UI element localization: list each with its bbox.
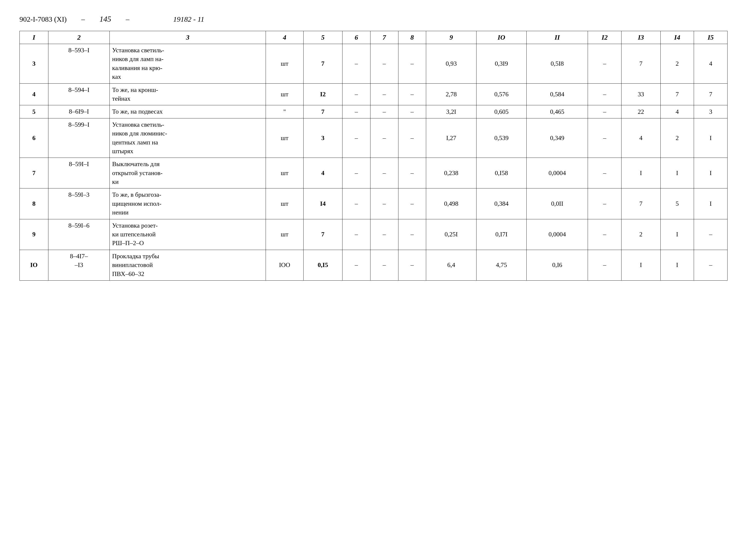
cell-1-c12: – <box>588 44 621 84</box>
cell-8-c7: – <box>370 250 398 281</box>
cell-4-c15: I <box>694 118 727 158</box>
cell-5-c7: – <box>370 158 398 188</box>
cell-5-c11: 0,0004 <box>526 158 588 188</box>
cell-1-c15: 4 <box>694 44 727 84</box>
cell-1-c5: 7 <box>303 44 342 84</box>
cell-5-c5: 4 <box>303 158 342 188</box>
table-row: 88–59I–3То же, в брызгоза- щищенном испо… <box>20 188 727 219</box>
col-header-7: 7 <box>370 31 398 44</box>
cell-3-c9: 3,2I <box>426 105 476 118</box>
cell-7-c1: 9 <box>20 219 48 250</box>
col-header-10: IO <box>476 31 526 44</box>
cell-8-c2: 8–4I7– –I3 <box>48 250 109 281</box>
cell-3-c4: " <box>266 105 303 118</box>
cell-4-c14: 2 <box>661 118 694 158</box>
cell-1-c2: 8–593–I <box>48 44 109 84</box>
col-header-14: I4 <box>661 31 694 44</box>
cell-3-c14: 4 <box>661 105 694 118</box>
cell-6-c2: 8–59I–3 <box>48 188 109 219</box>
cell-4-c12: – <box>588 118 621 158</box>
cell-8-c9: 6,4 <box>426 250 476 281</box>
cell-8-c11: 0,I6 <box>526 250 588 281</box>
cell-2-c3: То же, на кронш- тейнах <box>110 83 266 105</box>
col-header-3: 3 <box>110 31 266 44</box>
cell-3-c8: – <box>398 105 426 118</box>
cell-5-c13: I <box>621 158 661 188</box>
cell-6-c4: шт <box>266 188 303 219</box>
col-header-5: 5 <box>303 31 342 44</box>
cell-3-c3: То же, на подвесах <box>110 105 266 118</box>
cell-8-c1: IO <box>20 250 48 281</box>
cell-4-c13: 4 <box>621 118 661 158</box>
cell-2-c13: 33 <box>621 83 661 105</box>
col-header-13: I3 <box>621 31 661 44</box>
page-header: 902-I-7083 (XI) – 145 – 19182 - 11 <box>20 15 727 24</box>
table-row: 68–599–IУстановка светиль- ников для люм… <box>20 118 727 158</box>
cell-8-c5: 0,I5 <box>303 250 342 281</box>
col-header-4: 4 <box>266 31 303 44</box>
cell-6-c13: 7 <box>621 188 661 219</box>
cell-7-c8: – <box>398 219 426 250</box>
cell-2-c5: I2 <box>303 83 342 105</box>
cell-8-c6: – <box>342 250 370 281</box>
cell-4-c2: 8–599–I <box>48 118 109 158</box>
cell-2-c9: 2,78 <box>426 83 476 105</box>
cell-6-c12: – <box>588 188 621 219</box>
col-header-2: 2 <box>48 31 109 44</box>
cell-4-c11: 0,349 <box>526 118 588 158</box>
cell-3-c2: 8–6I9–I <box>48 105 109 118</box>
cell-4-c4: шт <box>266 118 303 158</box>
cell-7-c3: Установка розет- ки штепсельной РШ–П–2–О <box>110 219 266 250</box>
cell-6-c7: – <box>370 188 398 219</box>
cell-2-c15: 7 <box>694 83 727 105</box>
cell-3-c13: 22 <box>621 105 661 118</box>
col-header-15: I5 <box>694 31 727 44</box>
cell-5-c12: – <box>588 158 621 188</box>
cell-4-c10: 0,539 <box>476 118 526 158</box>
doc-number: 902-I-7083 (XI) <box>20 15 67 23</box>
cell-1-c9: 0,93 <box>426 44 476 84</box>
cell-5-c8: – <box>398 158 426 188</box>
cell-6-c6: – <box>342 188 370 219</box>
cell-2-c11: 0,584 <box>526 83 588 105</box>
cell-1-c4: шт <box>266 44 303 84</box>
dash1: – <box>81 15 85 23</box>
cell-2-c7: – <box>370 83 398 105</box>
cell-6-c8: – <box>398 188 426 219</box>
cell-2-c14: 7 <box>661 83 694 105</box>
cell-5-c2: 8–59I–I <box>48 158 109 188</box>
cell-7-c13: 2 <box>621 219 661 250</box>
cell-5-c1: 7 <box>20 158 48 188</box>
cell-8-c12: – <box>588 250 621 281</box>
cell-5-c4: шт <box>266 158 303 188</box>
table-row: 58–6I9–IТо же, на подвесах"7–––3,2I0,605… <box>20 105 727 118</box>
col-header-12: I2 <box>588 31 621 44</box>
col-header-8: 8 <box>398 31 426 44</box>
cell-7-c11: 0,0004 <box>526 219 588 250</box>
table-row: 78–59I–IВыключатель для открытой установ… <box>20 158 727 188</box>
cell-6-c11: 0,0II <box>526 188 588 219</box>
col-header-6: 6 <box>342 31 370 44</box>
main-table: I 2 3 4 5 6 7 8 9 IO II I2 I3 I4 I5 38–5… <box>20 31 727 281</box>
cell-7-c12: – <box>588 219 621 250</box>
cell-2-c6: – <box>342 83 370 105</box>
cell-1-c11: 0,5I8 <box>526 44 588 84</box>
cell-3-c10: 0,605 <box>476 105 526 118</box>
cell-3-c12: – <box>588 105 621 118</box>
cell-3-c5: 7 <box>303 105 342 118</box>
cell-3-c11: 0,465 <box>526 105 588 118</box>
col-header-9: 9 <box>426 31 476 44</box>
cell-5-c9: 0,238 <box>426 158 476 188</box>
cell-6-c15: I <box>694 188 727 219</box>
cell-4-c7: – <box>370 118 398 158</box>
cell-6-c14: 5 <box>661 188 694 219</box>
cell-1-c1: 3 <box>20 44 48 84</box>
cell-7-c5: 7 <box>303 219 342 250</box>
header-row: I 2 3 4 5 6 7 8 9 IO II I2 I3 I4 I5 <box>20 31 727 44</box>
cell-4-c6: – <box>342 118 370 158</box>
cell-1-c14: 2 <box>661 44 694 84</box>
cell-3-c6: – <box>342 105 370 118</box>
cell-5-c6: – <box>342 158 370 188</box>
table-row: 98–59I–6Установка розет- ки штепсельной … <box>20 219 727 250</box>
cell-8-c3: Прокладка трубы винипластовой ПВХ–60–32 <box>110 250 266 281</box>
